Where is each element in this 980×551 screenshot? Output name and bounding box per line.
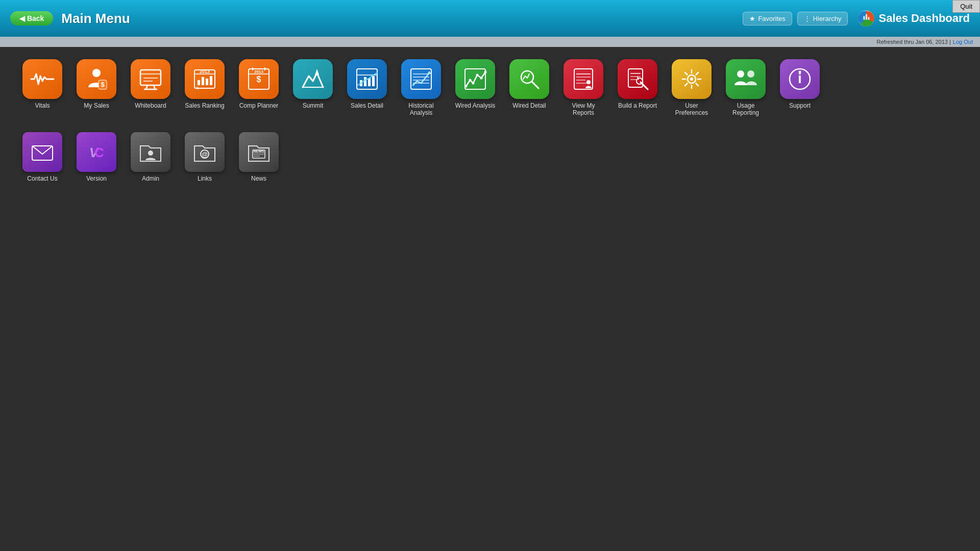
svg-text:C: C — [94, 145, 104, 160]
wired-detail-icon-box — [509, 59, 549, 99]
svg-point-63 — [636, 78, 643, 84]
version-icon-box: V C — [77, 132, 116, 172]
app-icon-historical-analysis[interactable]: Historical Analysis — [398, 59, 444, 117]
app-icon-news[interactable]: NEWS News — [236, 132, 282, 182]
vitals-label: Vitals — [35, 102, 50, 109]
svg-point-44 — [465, 85, 468, 88]
svg-rect-18 — [198, 80, 200, 85]
svg-line-72 — [696, 84, 699, 86]
app-icon-comp-planner[interactable]: 2013 $ Comp Planner — [236, 59, 282, 117]
whiteboard-icon-box — [131, 59, 170, 99]
whiteboard-label: Whiteboard — [135, 102, 166, 109]
support-icon-box: i — [780, 59, 820, 99]
svg-point-46 — [472, 82, 475, 85]
hierarchy-button[interactable]: ⋮ Hierarchy — [797, 12, 848, 26]
svg-point-5 — [92, 69, 101, 77]
app-icon-links[interactable]: @ Links — [182, 132, 228, 182]
quit-bar: Quit — [952, 0, 980, 13]
app-icon-version[interactable]: V C Version — [74, 132, 119, 182]
svg-text:$: $ — [101, 81, 105, 88]
svg-text:2013: 2013 — [254, 69, 263, 74]
version-label: Version — [86, 175, 107, 182]
svg-point-66 — [690, 78, 693, 81]
build-a-report-label: Build a Report — [618, 102, 657, 109]
svg-rect-20 — [206, 79, 208, 85]
svg-text:$: $ — [197, 86, 199, 90]
svg-marker-30 — [315, 69, 319, 75]
app-icon-contact-us[interactable]: Contact Us — [19, 132, 65, 182]
star-icon: ★ — [749, 15, 755, 22]
svg-line-74 — [685, 84, 688, 86]
svg-point-57 — [586, 80, 591, 84]
app-icon-summit[interactable]: Summit — [290, 59, 336, 117]
links-label: Links — [198, 175, 212, 182]
contact-us-label: Contact Us — [27, 175, 57, 182]
wired-analysis-icon-box — [455, 59, 495, 99]
hierarchy-icon: ⋮ — [804, 15, 811, 22]
wired-analysis-label: Wired Analysis — [455, 102, 496, 109]
admin-icon-box — [131, 132, 170, 172]
svg-point-83 — [148, 151, 153, 156]
svg-rect-4 — [868, 17, 870, 19]
usage-reporting-label: Usage Reporting — [723, 102, 769, 117]
svg-marker-42 — [427, 71, 431, 74]
icon-grid: Vitals $ My Sales — [0, 47, 980, 129]
my-sales-icon-box: $ — [77, 59, 116, 99]
svg-rect-37 — [411, 69, 431, 89]
back-button[interactable]: ◀ Back — [10, 11, 53, 26]
svg-rect-19 — [202, 77, 204, 85]
icon-grid-row2: Contact Us V C Version Admin — [0, 129, 980, 185]
app-icon-wired-analysis[interactable]: Wired Analysis — [452, 59, 498, 117]
app-icon-wired-detail[interactable]: Wired Detail — [506, 59, 552, 117]
app-icon-usage-reporting[interactable]: Usage Reporting — [723, 59, 769, 117]
header: ◀ Back Main Menu ★ Favorites ⋮ Hierarchy — [0, 0, 980, 37]
sales-ranking-label: Sales Ranking — [185, 102, 224, 109]
svg-point-76 — [747, 70, 754, 78]
app-icon-sales-ranking[interactable]: 2013 $ Sales Ranking — [182, 59, 228, 117]
contact-us-icon-box — [22, 132, 62, 172]
svg-rect-34 — [364, 77, 366, 86]
usage-reporting-icon-box — [726, 59, 766, 99]
svg-line-51 — [532, 82, 538, 88]
app-icon-user-preferences[interactable]: User Preferences — [669, 59, 715, 117]
quit-button[interactable]: Quit — [952, 0, 980, 13]
sales-ranking-icon-box: 2013 $ — [185, 59, 225, 99]
svg-line-73 — [696, 72, 699, 75]
svg-text:@: @ — [202, 151, 208, 158]
svg-point-48 — [480, 77, 483, 80]
app-icon-view-my-reports[interactable]: View My Reports — [560, 59, 606, 117]
favorites-button[interactable]: ★ Favorites — [743, 12, 792, 26]
app-icon-vitals[interactable]: Vitals — [19, 59, 65, 117]
summit-label: Summit — [303, 102, 324, 109]
app-icon-admin[interactable]: Admin — [128, 132, 174, 182]
wired-detail-label: Wired Detail — [512, 102, 546, 109]
svg-point-75 — [737, 70, 744, 78]
view-my-reports-icon-box — [564, 59, 603, 99]
svg-line-71 — [685, 72, 688, 75]
support-label: Support — [789, 102, 811, 109]
svg-text:NEWS: NEWS — [254, 149, 264, 153]
header-right: ★ Favorites ⋮ Hierarchy Sales Dashboard — [743, 9, 970, 28]
links-icon-box: @ — [185, 132, 225, 172]
user-preferences-label: User Preferences — [669, 102, 715, 117]
app-icon-whiteboard[interactable]: Whiteboard — [128, 59, 174, 117]
svg-rect-36 — [372, 76, 375, 86]
app-icon-support[interactable]: i Support — [777, 59, 823, 117]
svg-text:$: $ — [257, 75, 261, 84]
build-a-report-icon-box — [618, 59, 657, 99]
svg-point-47 — [476, 74, 479, 77]
admin-label: Admin — [142, 175, 159, 182]
historical-analysis-icon-box — [401, 59, 441, 99]
app-icon-my-sales[interactable]: $ My Sales — [74, 59, 119, 117]
svg-point-49 — [484, 71, 487, 73]
sales-detail-icon-box — [347, 59, 387, 99]
comp-planner-icon-box: 2013 $ — [239, 59, 279, 99]
svg-point-79 — [799, 71, 801, 73]
logo-icon — [857, 9, 875, 28]
refresh-bar: Refreshed thru Jan 06, 2013 | Log Out — [0, 37, 980, 47]
app-icon-build-a-report[interactable]: Build a Report — [615, 59, 660, 117]
logout-link[interactable]: Log Out — [953, 39, 973, 45]
comp-planner-label: Comp Planner — [239, 102, 279, 109]
app-icon-sales-detail[interactable]: Sales Detail — [344, 59, 390, 117]
svg-rect-21 — [210, 76, 212, 85]
